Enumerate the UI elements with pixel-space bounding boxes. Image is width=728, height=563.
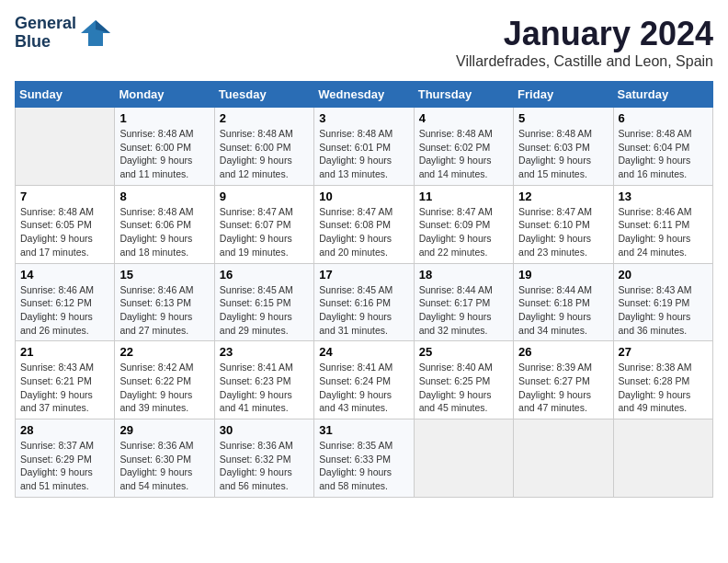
calendar-cell: 24Sunrise: 8:41 AM Sunset: 6:24 PM Dayli…	[314, 341, 414, 419]
weekday-header-sunday: Sunday	[16, 82, 115, 108]
day-info: Sunrise: 8:47 AM Sunset: 6:09 PM Dayligh…	[419, 205, 508, 259]
calendar-cell: 6Sunrise: 8:48 AM Sunset: 6:04 PM Daylig…	[613, 108, 712, 186]
day-number: 4	[419, 111, 508, 125]
calendar-cell: 31Sunrise: 8:35 AM Sunset: 6:33 PM Dayli…	[314, 419, 414, 498]
calendar-cell: 2Sunrise: 8:48 AM Sunset: 6:00 PM Daylig…	[214, 108, 313, 186]
day-number: 17	[319, 268, 408, 282]
day-info: Sunrise: 8:41 AM Sunset: 6:23 PM Dayligh…	[220, 361, 309, 415]
title-area: January 2024 Villardefrades, Castille an…	[456, 15, 713, 70]
logo-bird-icon	[79, 17, 112, 50]
calendar-cell: 18Sunrise: 8:44 AM Sunset: 6:17 PM Dayli…	[414, 263, 513, 341]
day-number: 14	[20, 268, 109, 282]
day-number: 21	[20, 345, 109, 359]
day-info: Sunrise: 8:48 AM Sunset: 6:00 PM Dayligh…	[220, 127, 309, 181]
day-number: 11	[419, 190, 508, 203]
day-info: Sunrise: 8:44 AM Sunset: 6:17 PM Dayligh…	[419, 283, 508, 338]
calendar-week-row: 7Sunrise: 8:48 AM Sunset: 6:05 PM Daylig…	[16, 185, 713, 263]
calendar-cell: 9Sunrise: 8:47 AM Sunset: 6:07 PM Daylig…	[214, 185, 313, 263]
day-number: 6	[619, 111, 708, 125]
day-number: 7	[20, 190, 109, 203]
day-number: 8	[119, 190, 209, 203]
day-number: 9	[220, 190, 309, 203]
day-number: 28	[20, 423, 109, 437]
month-title: January 2024	[456, 15, 713, 53]
calendar-body: 1Sunrise: 8:48 AM Sunset: 6:00 PM Daylig…	[16, 108, 713, 498]
calendar-week-row: 14Sunrise: 8:46 AM Sunset: 6:12 PM Dayli…	[16, 263, 713, 341]
calendar-cell: 3Sunrise: 8:48 AM Sunset: 6:01 PM Daylig…	[314, 108, 414, 186]
day-info: Sunrise: 8:42 AM Sunset: 6:22 PM Dayligh…	[119, 361, 209, 415]
day-info: Sunrise: 8:47 AM Sunset: 6:08 PM Dayligh…	[319, 205, 408, 259]
calendar-cell: 30Sunrise: 8:36 AM Sunset: 6:32 PM Dayli…	[214, 419, 313, 498]
day-info: Sunrise: 8:48 AM Sunset: 6:04 PM Dayligh…	[619, 127, 708, 181]
day-info: Sunrise: 8:36 AM Sunset: 6:32 PM Dayligh…	[220, 439, 309, 493]
day-info: Sunrise: 8:44 AM Sunset: 6:18 PM Dayligh…	[518, 283, 608, 338]
day-number: 29	[119, 423, 209, 437]
day-number: 30	[220, 423, 309, 437]
day-number: 24	[319, 345, 408, 359]
calendar-cell	[514, 419, 613, 498]
day-info: Sunrise: 8:45 AM Sunset: 6:15 PM Dayligh…	[220, 283, 309, 338]
calendar-cell: 13Sunrise: 8:46 AM Sunset: 6:11 PM Dayli…	[613, 185, 712, 263]
day-info: Sunrise: 8:35 AM Sunset: 6:33 PM Dayligh…	[319, 439, 408, 493]
weekday-header-thursday: Thursday	[414, 82, 513, 108]
day-number: 12	[518, 190, 608, 203]
day-number: 13	[619, 190, 708, 203]
calendar-cell: 11Sunrise: 8:47 AM Sunset: 6:09 PM Dayli…	[414, 185, 513, 263]
calendar-cell: 26Sunrise: 8:39 AM Sunset: 6:27 PM Dayli…	[514, 341, 613, 419]
day-number: 5	[518, 111, 608, 125]
calendar-cell: 22Sunrise: 8:42 AM Sunset: 6:22 PM Dayli…	[115, 341, 214, 419]
calendar-cell: 12Sunrise: 8:47 AM Sunset: 6:10 PM Dayli…	[514, 185, 613, 263]
day-number: 10	[319, 190, 408, 203]
calendar-cell	[16, 108, 115, 186]
day-info: Sunrise: 8:43 AM Sunset: 6:19 PM Dayligh…	[619, 283, 708, 338]
day-number: 16	[220, 268, 309, 282]
day-number: 19	[518, 268, 608, 282]
calendar-week-row: 1Sunrise: 8:48 AM Sunset: 6:00 PM Daylig…	[16, 108, 713, 186]
day-number: 26	[518, 345, 608, 359]
calendar-table: SundayMondayTuesdayWednesdayThursdayFrid…	[15, 81, 713, 498]
calendar-cell: 19Sunrise: 8:44 AM Sunset: 6:18 PM Dayli…	[514, 263, 613, 341]
day-info: Sunrise: 8:41 AM Sunset: 6:24 PM Dayligh…	[319, 361, 408, 415]
weekday-header-monday: Monday	[115, 82, 214, 108]
logo-line1: General	[15, 14, 76, 32]
location-title: Villardefrades, Castille and Leon, Spain	[456, 53, 713, 70]
day-info: Sunrise: 8:48 AM Sunset: 6:06 PM Dayligh…	[119, 205, 209, 259]
weekday-header-saturday: Saturday	[613, 82, 712, 108]
day-number: 31	[319, 423, 408, 437]
calendar-cell: 29Sunrise: 8:36 AM Sunset: 6:30 PM Dayli…	[115, 419, 214, 498]
calendar-cell: 10Sunrise: 8:47 AM Sunset: 6:08 PM Dayli…	[314, 185, 414, 263]
calendar-cell: 4Sunrise: 8:48 AM Sunset: 6:02 PM Daylig…	[414, 108, 513, 186]
day-info: Sunrise: 8:39 AM Sunset: 6:27 PM Dayligh…	[518, 361, 608, 415]
day-number: 3	[319, 111, 408, 125]
calendar-week-row: 21Sunrise: 8:43 AM Sunset: 6:21 PM Dayli…	[16, 341, 713, 419]
day-number: 23	[220, 345, 309, 359]
calendar-cell: 27Sunrise: 8:38 AM Sunset: 6:28 PM Dayli…	[613, 341, 712, 419]
calendar-cell: 5Sunrise: 8:48 AM Sunset: 6:03 PM Daylig…	[514, 108, 613, 186]
day-number: 2	[220, 111, 309, 125]
day-number: 25	[419, 345, 508, 359]
calendar-cell	[414, 419, 513, 498]
day-info: Sunrise: 8:46 AM Sunset: 6:11 PM Dayligh…	[619, 205, 708, 259]
calendar-cell: 25Sunrise: 8:40 AM Sunset: 6:25 PM Dayli…	[414, 341, 513, 419]
day-info: Sunrise: 8:43 AM Sunset: 6:21 PM Dayligh…	[20, 361, 109, 415]
day-info: Sunrise: 8:48 AM Sunset: 6:01 PM Dayligh…	[319, 127, 408, 181]
day-info: Sunrise: 8:48 AM Sunset: 6:00 PM Dayligh…	[119, 127, 209, 181]
day-info: Sunrise: 8:46 AM Sunset: 6:12 PM Dayligh…	[20, 283, 109, 338]
day-number: 20	[619, 268, 708, 282]
calendar-cell: 20Sunrise: 8:43 AM Sunset: 6:19 PM Dayli…	[613, 263, 712, 341]
calendar-cell: 16Sunrise: 8:45 AM Sunset: 6:15 PM Dayli…	[214, 263, 313, 341]
day-number: 27	[619, 345, 708, 359]
logo-line2: Blue	[15, 32, 51, 51]
day-number: 22	[119, 345, 209, 359]
calendar-cell: 14Sunrise: 8:46 AM Sunset: 6:12 PM Dayli…	[16, 263, 115, 341]
calendar-cell: 21Sunrise: 8:43 AM Sunset: 6:21 PM Dayli…	[16, 341, 115, 419]
logo-text: General Blue	[15, 15, 76, 52]
day-info: Sunrise: 8:48 AM Sunset: 6:03 PM Dayligh…	[518, 127, 608, 181]
day-info: Sunrise: 8:46 AM Sunset: 6:13 PM Dayligh…	[119, 283, 209, 338]
day-info: Sunrise: 8:38 AM Sunset: 6:28 PM Dayligh…	[619, 361, 708, 415]
header: General Blue January 2024 Villardefrades…	[15, 15, 713, 70]
weekday-header-friday: Friday	[514, 82, 613, 108]
day-number: 1	[119, 111, 209, 125]
calendar-cell	[613, 419, 712, 498]
day-info: Sunrise: 8:47 AM Sunset: 6:07 PM Dayligh…	[220, 205, 309, 259]
